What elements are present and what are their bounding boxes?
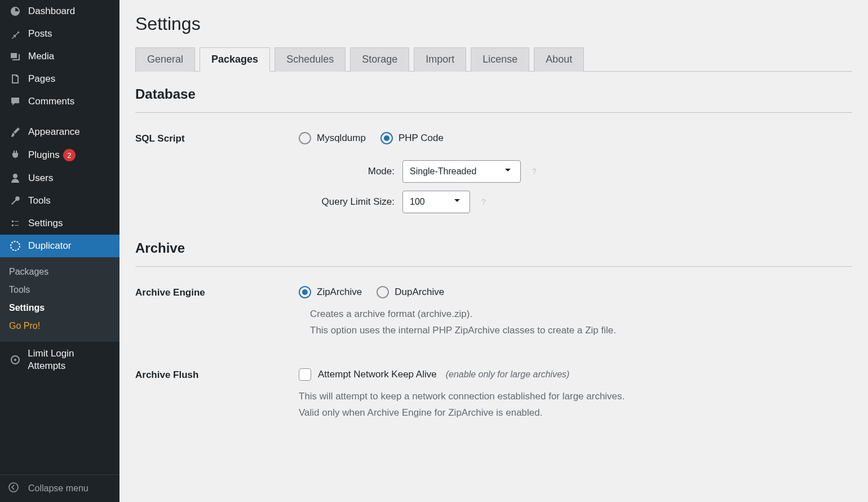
sidebar-label: Appearance — [28, 126, 80, 138]
select-query-limit[interactable]: 100 — [402, 191, 470, 213]
chevron-down-icon — [451, 195, 463, 209]
radio-label: PHP Code — [398, 133, 444, 144]
comments-icon — [8, 96, 23, 107]
archive-engine-radios: ZipArchive DupArchive — [299, 286, 852, 298]
svg-point-0 — [11, 241, 20, 250]
main-content: Settings General Packages Schedules Stor… — [119, 0, 868, 502]
radio-ziparchive[interactable]: ZipArchive — [299, 286, 362, 298]
collapse-label: Collapse menu — [28, 483, 88, 494]
sidebar-item-limit-login[interactable]: Limit Login Attempts — [0, 342, 119, 378]
sidebar-item-dashboard[interactable]: Dashboard — [0, 0, 119, 23]
media-icon — [8, 51, 23, 62]
duplicator-icon — [8, 240, 23, 252]
sidebar-label: Dashboard — [28, 6, 75, 17]
radio-dot — [299, 132, 311, 144]
radio-dot — [299, 286, 311, 298]
sidebar-label: Pages — [28, 73, 55, 85]
radio-phpcode[interactable]: PHP Code — [380, 132, 444, 144]
flush-desc: This will attempt to keep a network conn… — [299, 389, 852, 421]
sidebar-label: Users — [28, 173, 53, 184]
checkbox-keep-alive[interactable]: Attempt Network Keep Alive (enable only … — [299, 368, 852, 381]
select-mode[interactable]: Single-Threaded — [402, 160, 521, 183]
sidebar-label: Posts — [28, 28, 52, 39]
sidebar-item-comments[interactable]: Comments — [0, 90, 119, 113]
help-icon[interactable]: ? — [478, 196, 489, 208]
admin-sidebar: Dashboard Posts Media Pages Comments App… — [0, 0, 119, 502]
radio-mysqldump[interactable]: Mysqldump — [299, 132, 366, 144]
radio-dot — [377, 286, 389, 298]
sidebar-item-users[interactable]: Users — [0, 167, 119, 190]
sidebar-item-posts[interactable]: Posts — [0, 23, 119, 45]
label-archive-engine: Archive Engine — [135, 286, 299, 298]
section-database: Database — [135, 86, 852, 113]
tab-import[interactable]: Import — [414, 47, 466, 72]
sidebar-label: Tools — [28, 195, 51, 206]
submenu-gopro[interactable]: Go Pro! — [0, 317, 119, 335]
label-sql-script: SQL Script — [135, 132, 299, 144]
sidebar-item-tools[interactable]: Tools — [0, 190, 119, 212]
collapse-icon — [8, 482, 23, 495]
engine-desc: Creates a archive format (archive.zip). … — [310, 306, 852, 339]
limit-icon — [8, 354, 22, 366]
sidebar-item-settings[interactable]: Settings — [0, 212, 119, 235]
radio-dot — [380, 132, 393, 144]
label-archive-flush: Archive Flush — [135, 368, 299, 381]
sidebar-item-pages[interactable]: Pages — [0, 68, 119, 90]
collapse-menu[interactable]: Collapse menu — [0, 474, 119, 502]
pin-icon — [8, 28, 23, 39]
checkbox-box — [299, 368, 311, 381]
submenu-tools[interactable]: Tools — [0, 281, 119, 299]
select-value: 100 — [410, 197, 425, 207]
tab-storage[interactable]: Storage — [350, 47, 409, 72]
radio-label: DupArchive — [395, 287, 444, 298]
sql-script-radios: Mysqldump PHP Code — [299, 132, 852, 144]
help-icon[interactable]: ? — [529, 166, 540, 177]
tab-schedules[interactable]: Schedules — [274, 47, 346, 72]
radio-label: ZipArchive — [317, 287, 362, 298]
plugin-icon — [8, 149, 23, 161]
wrench-icon — [8, 195, 23, 206]
sidebar-submenu: Packages Tools Settings Go Pro! — [0, 257, 119, 342]
plugins-badge: 2 — [63, 149, 76, 161]
checkbox-label: Attempt Network Keep Alive — [318, 369, 437, 380]
sidebar-item-appearance[interactable]: Appearance — [0, 121, 119, 143]
settings-tabs: General Packages Schedules Storage Impor… — [135, 47, 852, 72]
tab-general[interactable]: General — [135, 47, 195, 72]
chevron-down-icon — [502, 165, 513, 178]
tab-about[interactable]: About — [534, 47, 584, 72]
sidebar-label: Comments — [28, 96, 74, 107]
row-archive-flush: Archive Flush Attempt Network Keep Alive… — [135, 351, 852, 434]
user-icon — [8, 173, 23, 184]
submenu-packages[interactable]: Packages — [0, 263, 119, 281]
sidebar-label: Media — [28, 51, 54, 62]
radio-label: Mysqldump — [317, 133, 366, 144]
radio-duparchive[interactable]: DupArchive — [377, 286, 444, 298]
page-title: Settings — [135, 14, 852, 34]
submenu-settings[interactable]: Settings — [0, 299, 119, 317]
settings-icon — [8, 218, 23, 229]
section-archive: Archive — [135, 240, 852, 267]
sidebar-label: Limit Login Attempts — [28, 347, 112, 372]
row-archive-engine: Archive Engine ZipArchive DupArchive Cre… — [135, 274, 852, 351]
checkbox-hint: (enable only for large archives) — [446, 369, 570, 380]
brush-icon — [8, 126, 23, 138]
select-value: Single-Threaded — [410, 166, 476, 177]
sidebar-label: Duplicator — [28, 240, 72, 252]
dashboard-icon — [8, 6, 23, 17]
label-query-limit: Query Limit Size: — [299, 196, 395, 208]
sidebar-item-plugins[interactable]: Plugins 2 — [0, 143, 119, 167]
row-sql-script: SQL Script Mysqldump PHP Code Mode: Sin — [135, 120, 852, 226]
sidebar-label: Settings — [28, 218, 63, 229]
pages-icon — [8, 73, 23, 85]
label-mode: Mode: — [299, 166, 395, 177]
svg-point-3 — [9, 483, 18, 492]
sidebar-item-duplicator[interactable]: Duplicator — [0, 235, 119, 257]
tab-packages[interactable]: Packages — [200, 47, 270, 72]
tab-license[interactable]: License — [471, 47, 529, 72]
sidebar-label: Plugins — [28, 149, 60, 161]
svg-point-2 — [14, 359, 16, 361]
sidebar-item-media[interactable]: Media — [0, 45, 119, 68]
